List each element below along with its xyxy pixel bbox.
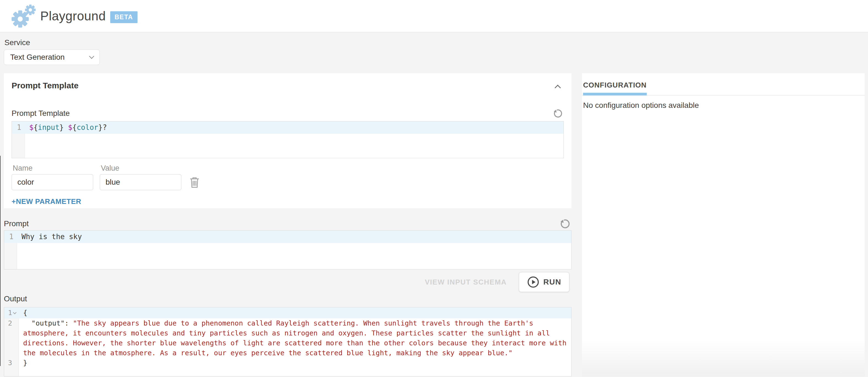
tab-configuration-label: CONFIGURATION bbox=[583, 81, 647, 89]
code-token: $ bbox=[68, 123, 72, 132]
parameter-row bbox=[11, 174, 564, 190]
output-label: Output bbox=[4, 294, 571, 304]
code-token: "The sky appears blue due to a phenomeno… bbox=[73, 319, 533, 327]
code-token: } bbox=[60, 123, 68, 132]
param-value-input[interactable] bbox=[100, 174, 181, 190]
code-token: the molecules in the atmosphere. As a re… bbox=[23, 349, 513, 357]
line-number bbox=[4, 328, 19, 338]
param-name-input[interactable] bbox=[11, 174, 93, 190]
output-code-line: 3} bbox=[4, 358, 571, 368]
reset-template-button[interactable] bbox=[552, 108, 564, 119]
code-token: color bbox=[76, 123, 98, 132]
config-empty-message: No configuration options available bbox=[583, 101, 865, 110]
run-button[interactable]: RUN bbox=[519, 272, 569, 292]
code-token: input bbox=[38, 123, 59, 132]
code-token: $ bbox=[29, 123, 34, 132]
prompt-label: Prompt bbox=[4, 219, 29, 229]
reset-prompt-button[interactable] bbox=[559, 217, 571, 230]
line-number: 2 bbox=[4, 318, 19, 328]
output-code: } bbox=[19, 358, 27, 368]
output-code: "output": "The sky appears blue due to a… bbox=[19, 318, 533, 328]
prompt-code: Why is the sky bbox=[17, 231, 82, 243]
line-number bbox=[4, 338, 19, 348]
output-code-line: the molecules in the atmosphere. As a re… bbox=[4, 348, 571, 358]
run-button-label: RUN bbox=[544, 278, 561, 286]
code-line: 1 ${input} ${color}? bbox=[12, 122, 563, 134]
prompt-template-panel: Prompt Template Prompt Template bbox=[4, 73, 571, 208]
beta-badge: BETA bbox=[110, 11, 137, 23]
template-code: ${input} ${color}? bbox=[25, 122, 107, 134]
code-token: atmosphere, it encounters molecules and … bbox=[23, 329, 550, 337]
output-code: the molecules in the atmosphere. As a re… bbox=[19, 348, 513, 358]
main-content: Service Text Generation Prompt Template … bbox=[0, 32, 868, 377]
line-number: 1 bbox=[4, 307, 19, 318]
code-token: } bbox=[23, 359, 27, 367]
configuration-panel: CONFIGURATION No configuration options a… bbox=[582, 73, 865, 376]
view-input-schema-button[interactable]: VIEW INPUT SCHEMA bbox=[425, 278, 507, 286]
app-title: Playground bbox=[40, 8, 106, 23]
param-value-label: Value bbox=[100, 164, 188, 173]
gears-logo-icon bbox=[11, 3, 37, 29]
output-code-line: 1{ bbox=[4, 307, 571, 318]
chevron-down-icon bbox=[89, 54, 94, 59]
panel-title: Prompt Template bbox=[11, 80, 79, 91]
prompt-template-editor-label: Prompt Template bbox=[11, 109, 70, 118]
window-edge-artifact bbox=[0, 156, 1, 366]
line-number: 3 bbox=[4, 358, 19, 368]
code-token: "output": bbox=[23, 319, 73, 327]
delete-parameter-button[interactable] bbox=[189, 176, 200, 188]
output-code: directions. However, the shorter blue wa… bbox=[19, 338, 566, 348]
tab-configuration[interactable]: CONFIGURATION bbox=[583, 81, 647, 96]
service-label: Service bbox=[4, 38, 865, 47]
service-select-value: Text Generation bbox=[10, 53, 65, 62]
output-code-line: directions. However, the shorter blue wa… bbox=[4, 338, 571, 348]
output-code-line: 2 "output": "The sky appears blue due to… bbox=[4, 318, 571, 328]
playground-page: Playground BETA Service Text Generation … bbox=[0, 0, 868, 377]
reset-icon bbox=[559, 217, 571, 230]
collapse-panel-button[interactable] bbox=[552, 80, 564, 93]
output-code: atmosphere, it encounters molecules and … bbox=[19, 328, 550, 338]
output-editor[interactable]: 1{2 "output": "The sky appears blue due … bbox=[4, 307, 571, 376]
output-code-line: atmosphere, it encounters molecules and … bbox=[4, 328, 571, 338]
code-line: 1 Why is the sky bbox=[4, 231, 571, 243]
line-number: 1 bbox=[4, 231, 17, 243]
active-tab-indicator bbox=[583, 93, 647, 96]
code-token: { bbox=[34, 123, 38, 132]
new-parameter-button[interactable]: +NEW PARAMETER bbox=[11, 197, 81, 206]
prompt-template-editor[interactable]: 1 ${input} ${color}? bbox=[11, 121, 564, 158]
param-name-label: Name bbox=[11, 164, 100, 173]
prompt-editor[interactable]: 1 Why is the sky bbox=[4, 230, 571, 269]
config-tab-bar: CONFIGURATION bbox=[582, 73, 865, 96]
service-select[interactable]: Text Generation bbox=[4, 49, 100, 65]
chevron-up-icon bbox=[555, 85, 561, 91]
code-token: }? bbox=[98, 123, 107, 132]
code-token: Why is the sky bbox=[22, 233, 82, 241]
line-number bbox=[4, 348, 19, 358]
code-token: directions. However, the shorter blue wa… bbox=[23, 339, 566, 347]
fold-toggle-icon[interactable] bbox=[13, 311, 17, 314]
app-header: Playground BETA bbox=[0, 0, 868, 32]
trash-icon bbox=[189, 176, 200, 188]
output-code: { bbox=[19, 307, 27, 318]
code-token: { bbox=[23, 309, 27, 317]
reset-icon bbox=[552, 108, 564, 119]
play-icon bbox=[527, 276, 539, 288]
line-number: 1 bbox=[12, 122, 25, 134]
code-token: { bbox=[72, 123, 77, 132]
